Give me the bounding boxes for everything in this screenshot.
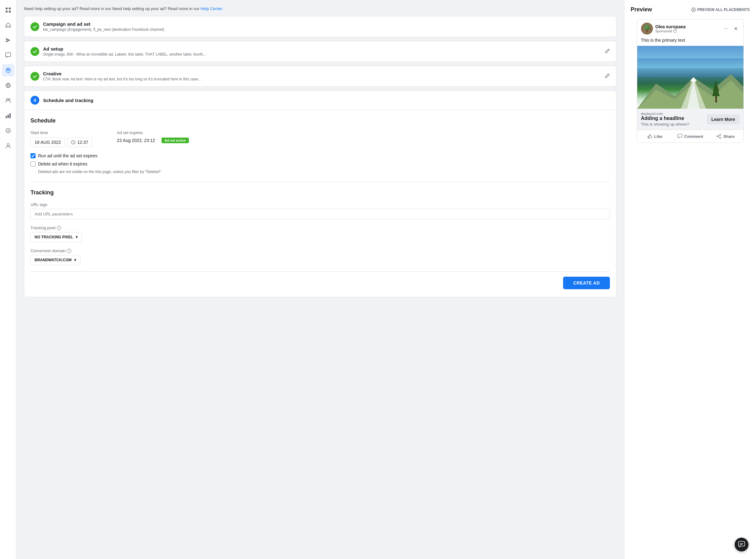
tracking-pixel-value: NO TRACKING PIXEL: [35, 235, 73, 239]
svg-rect-10: [6, 116, 7, 118]
campaign-title-block: Campaign and ad set bw_campaign (Engagem…: [43, 21, 164, 32]
creative-title-block: Creative CTA: Book now, Ad text: Here is…: [43, 71, 201, 81]
fb-description: This is showing up where?: [641, 122, 704, 127]
svg-point-38: [717, 136, 718, 137]
ad-setup-check: [30, 47, 39, 56]
sidebar-item-chat[interactable]: [2, 49, 15, 62]
svg-point-14: [7, 130, 9, 131]
sidebar-item-send[interactable]: [2, 34, 15, 46]
delete-hint: Deleted ads are not visible on the Ads p…: [38, 170, 610, 174]
tracking-pixel-chevron: ▾: [76, 235, 78, 239]
preview-panel: Preview PREVIEW ALL PLACEMENTS Olea: [624, 0, 756, 559]
preview-header: Preview PREVIEW ALL PLACEMENTS: [631, 6, 750, 13]
creative-header: Creative CTA: Book now, Ad text: Here is…: [24, 66, 616, 86]
fb-like-button[interactable]: Like: [637, 131, 673, 141]
creative-title: Creative: [43, 71, 201, 76]
url-tags-input[interactable]: [30, 209, 610, 219]
sidebar-item-compass[interactable]: [2, 125, 15, 137]
fb-comment-button[interactable]: Comment: [672, 131, 708, 141]
fb-ad-info: displayurl.com Adding a headline This is…: [641, 112, 704, 127]
start-time-col: Start time 18 AUG 2022 12:37: [30, 130, 92, 147]
help-bar: Need help setting up your ad? Read more …: [24, 6, 617, 11]
ad-setup-edit-icon[interactable]: [605, 48, 610, 54]
svg-point-23: [645, 24, 649, 28]
creative-subtitle: CTA: Book now, Ad text: Here is my ad te…: [43, 77, 201, 81]
svg-rect-2: [6, 11, 7, 13]
tracking-pixel-label: Tracking pixel i: [30, 225, 610, 230]
ad-setup-subtitle: Single image, BW - What an incredible ad…: [43, 52, 206, 57]
ad-set-active-badge: Ad set active: [161, 138, 189, 143]
delete-when-label[interactable]: Delete ad when it expires: [38, 161, 87, 166]
sidebar: [0, 0, 16, 559]
expires-value: 22 Aug 2022, 23:12: [117, 138, 155, 143]
conversion-domain-chevron: ▾: [74, 258, 76, 262]
svg-rect-24: [646, 29, 648, 33]
sidebar-item-audience[interactable]: [2, 94, 15, 107]
fb-avatar: [641, 23, 653, 35]
conversion-domain-info-icon[interactable]: i: [67, 249, 71, 253]
run-until-checkbox[interactable]: [30, 153, 36, 158]
tracking-heading: Tracking: [30, 189, 610, 196]
creative-edit-icon[interactable]: [605, 73, 610, 80]
svg-rect-12: [9, 113, 11, 118]
svg-point-8: [6, 98, 8, 100]
schedule-row: Start time 18 AUG 2022 12:37 Ad set expi…: [30, 130, 610, 147]
campaign-card: Campaign and ad set bw_campaign (Engagem…: [24, 16, 617, 37]
fb-share-label: Share: [723, 134, 735, 139]
preview-all-label: PREVIEW ALL PLACEMENTS: [697, 7, 750, 12]
tracking-subsection: Tracking URL tags Tracking pixel i NO TR…: [30, 189, 610, 265]
schedule-content: Schedule Start time 18 AUG 2022 12:37: [24, 110, 616, 297]
fb-close-icon[interactable]: ✕: [732, 25, 740, 32]
start-date[interactable]: 18 AUG 2022: [30, 138, 65, 147]
fb-user-info: Olea europaea Sponsored: [655, 24, 719, 33]
campaign-title: Campaign and ad set: [43, 21, 164, 27]
sidebar-item-user[interactable]: [2, 139, 15, 152]
fb-ad-header: Olea europaea Sponsored ··· ✕: [637, 20, 743, 38]
conversion-domain-label: Conversion domain i: [30, 248, 610, 253]
help-center-link[interactable]: Help Center.: [200, 6, 223, 11]
create-ad-button[interactable]: CREATE AD: [563, 277, 610, 289]
svg-point-6: [7, 70, 9, 71]
start-time-label: Start time: [30, 130, 92, 135]
ad-setup-title: Ad setup: [43, 46, 206, 51]
sidebar-item-campaigns[interactable]: [2, 64, 15, 76]
expires-col: Ad set expires 22 Aug 2022, 23:12 Ad set…: [117, 130, 189, 147]
run-until-label[interactable]: Run ad until the ad set expires: [38, 153, 98, 158]
schedule-tracking-card: 4 Schedule and tracking Schedule Start t…: [24, 90, 617, 297]
sidebar-item-grid[interactable]: [2, 4, 15, 16]
delete-when-row: Delete ad when it expires: [30, 161, 610, 166]
tracking-pixel-select[interactable]: NO TRACKING PIXEL ▾: [30, 232, 82, 242]
fb-comment-label: Comment: [684, 134, 703, 139]
main-content: Need help setting up your ad? Read more …: [16, 0, 624, 559]
preview-title: Preview: [631, 6, 652, 13]
svg-rect-34: [648, 136, 649, 138]
expires-input: 22 Aug 2022, 23:12 Ad set active: [117, 138, 189, 143]
ad-setup-header: Ad setup Single image, BW - What an incr…: [24, 41, 616, 62]
fb-header-actions: ··· ✕: [722, 25, 740, 32]
svg-rect-0: [6, 7, 7, 9]
ad-setup-card: Ad setup Single image, BW - What an incr…: [24, 41, 617, 62]
start-time[interactable]: 12:37: [68, 138, 92, 147]
conversion-domain-select[interactable]: BRANDWATCH.COM ▾: [30, 255, 81, 265]
svg-point-9: [8, 98, 10, 100]
fb-share-button[interactable]: Share: [708, 131, 743, 141]
delete-when-checkbox[interactable]: [30, 161, 36, 166]
fb-more-icon[interactable]: ···: [722, 25, 730, 32]
fb-cta-block: Learn More: [707, 114, 739, 125]
chat-support-button[interactable]: [735, 538, 749, 552]
conversion-domain-value: BRANDWATCH.COM: [35, 258, 72, 262]
preview-all-button[interactable]: PREVIEW ALL PLACEMENTS: [691, 7, 750, 12]
creative-card: Creative CTA: Book now, Ad text: Here is…: [24, 66, 617, 87]
schedule-subsection: Schedule Start time 18 AUG 2022 12:37: [30, 117, 610, 174]
url-tags-group: URL tags: [30, 202, 610, 219]
sidebar-item-analytics[interactable]: [2, 109, 15, 122]
svg-point-36: [719, 134, 721, 135]
sidebar-item-home[interactable]: [2, 19, 15, 31]
tracking-pixel-info-icon[interactable]: i: [57, 226, 61, 230]
sidebar-item-globe[interactable]: [2, 79, 15, 92]
svg-marker-30: [690, 77, 697, 82]
fb-learn-more-button[interactable]: Learn More: [707, 114, 739, 125]
campaign-header: Campaign and ad set bw_campaign (Engagem…: [24, 16, 616, 37]
url-tags-label: URL tags: [30, 202, 610, 207]
footer-row: CREATE AD: [30, 271, 610, 289]
